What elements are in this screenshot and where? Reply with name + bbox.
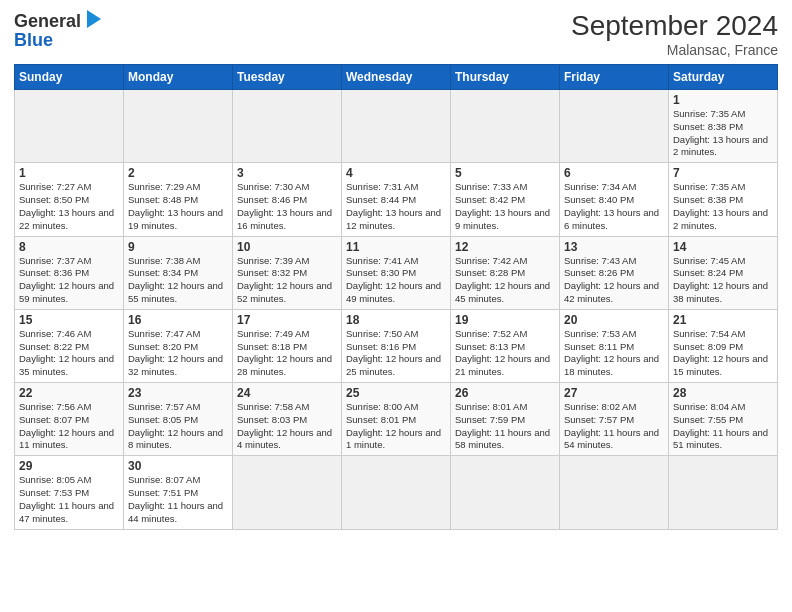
weekday-header: Sunday — [15, 65, 124, 90]
calendar-cell: 25Sunrise: 8:00 AMSunset: 8:01 PMDayligh… — [342, 383, 451, 456]
weekday-header: Tuesday — [233, 65, 342, 90]
cell-info: Sunrise: 7:38 AMSunset: 8:34 PMDaylight:… — [128, 255, 223, 304]
svg-marker-0 — [87, 10, 101, 28]
cell-info: Sunrise: 7:39 AMSunset: 8:32 PMDaylight:… — [237, 255, 332, 304]
cell-info: Sunrise: 7:37 AMSunset: 8:36 PMDaylight:… — [19, 255, 114, 304]
logo-line: General — [14, 10, 101, 32]
day-number: 10 — [237, 240, 337, 254]
calendar-cell — [669, 456, 778, 529]
day-number: 26 — [455, 386, 555, 400]
calendar-cell: 9Sunrise: 7:38 AMSunset: 8:34 PMDaylight… — [124, 236, 233, 309]
day-number: 1 — [673, 93, 773, 107]
weekday-header: Monday — [124, 65, 233, 90]
day-number: 22 — [19, 386, 119, 400]
calendar-cell: 22Sunrise: 7:56 AMSunset: 8:07 PMDayligh… — [15, 383, 124, 456]
calendar-week: 29Sunrise: 8:05 AMSunset: 7:53 PMDayligh… — [15, 456, 778, 529]
calendar-week: 1Sunrise: 7:27 AMSunset: 8:50 PMDaylight… — [15, 163, 778, 236]
calendar-cell: 2Sunrise: 7:29 AMSunset: 8:48 PMDaylight… — [124, 163, 233, 236]
weekday-header: Friday — [560, 65, 669, 90]
calendar-cell: 28Sunrise: 8:04 AMSunset: 7:55 PMDayligh… — [669, 383, 778, 456]
cell-info: Sunrise: 8:01 AMSunset: 7:59 PMDaylight:… — [455, 401, 550, 450]
cell-info: Sunrise: 7:50 AMSunset: 8:16 PMDaylight:… — [346, 328, 441, 377]
calendar-cell: 7Sunrise: 7:35 AMSunset: 8:38 PMDaylight… — [669, 163, 778, 236]
calendar-cell: 19Sunrise: 7:52 AMSunset: 8:13 PMDayligh… — [451, 309, 560, 382]
cell-info: Sunrise: 8:07 AMSunset: 7:51 PMDaylight:… — [128, 474, 223, 523]
calendar-week: 15Sunrise: 7:46 AMSunset: 8:22 PMDayligh… — [15, 309, 778, 382]
day-number: 6 — [564, 166, 664, 180]
cell-info: Sunrise: 7:35 AMSunset: 8:38 PMDaylight:… — [673, 108, 768, 157]
day-number: 11 — [346, 240, 446, 254]
day-number: 14 — [673, 240, 773, 254]
cell-info: Sunrise: 8:04 AMSunset: 7:55 PMDaylight:… — [673, 401, 768, 450]
day-number: 15 — [19, 313, 119, 327]
day-number: 16 — [128, 313, 228, 327]
calendar-cell: 10Sunrise: 7:39 AMSunset: 8:32 PMDayligh… — [233, 236, 342, 309]
cell-info: Sunrise: 7:53 AMSunset: 8:11 PMDaylight:… — [564, 328, 659, 377]
day-number: 8 — [19, 240, 119, 254]
calendar-cell — [124, 90, 233, 163]
cell-info: Sunrise: 7:57 AMSunset: 8:05 PMDaylight:… — [128, 401, 223, 450]
calendar-cell: 16Sunrise: 7:47 AMSunset: 8:20 PMDayligh… — [124, 309, 233, 382]
calendar-cell: 27Sunrise: 8:02 AMSunset: 7:57 PMDayligh… — [560, 383, 669, 456]
day-number: 9 — [128, 240, 228, 254]
cell-info: Sunrise: 7:27 AMSunset: 8:50 PMDaylight:… — [19, 181, 114, 230]
calendar-cell: 1Sunrise: 7:27 AMSunset: 8:50 PMDaylight… — [15, 163, 124, 236]
cell-info: Sunrise: 7:42 AMSunset: 8:28 PMDaylight:… — [455, 255, 550, 304]
cell-info: Sunrise: 8:02 AMSunset: 7:57 PMDaylight:… — [564, 401, 659, 450]
calendar-cell: 30Sunrise: 8:07 AMSunset: 7:51 PMDayligh… — [124, 456, 233, 529]
day-number: 4 — [346, 166, 446, 180]
cell-info: Sunrise: 7:35 AMSunset: 8:38 PMDaylight:… — [673, 181, 768, 230]
calendar-cell: 26Sunrise: 8:01 AMSunset: 7:59 PMDayligh… — [451, 383, 560, 456]
page-container: General Blue September 2024 Malansac, Fr… — [0, 0, 792, 540]
cell-info: Sunrise: 7:45 AMSunset: 8:24 PMDaylight:… — [673, 255, 768, 304]
day-number: 20 — [564, 313, 664, 327]
page-subtitle: Malansac, France — [571, 42, 778, 58]
logo: General Blue — [14, 10, 101, 51]
day-number: 5 — [455, 166, 555, 180]
header: General Blue September 2024 Malansac, Fr… — [14, 10, 778, 58]
calendar-cell: 4Sunrise: 7:31 AMSunset: 8:44 PMDaylight… — [342, 163, 451, 236]
calendar-cell — [560, 90, 669, 163]
cell-info: Sunrise: 7:47 AMSunset: 8:20 PMDaylight:… — [128, 328, 223, 377]
cell-info: Sunrise: 7:41 AMSunset: 8:30 PMDaylight:… — [346, 255, 441, 304]
cell-info: Sunrise: 7:33 AMSunset: 8:42 PMDaylight:… — [455, 181, 550, 230]
day-number: 28 — [673, 386, 773, 400]
cell-info: Sunrise: 7:46 AMSunset: 8:22 PMDaylight:… — [19, 328, 114, 377]
cell-info: Sunrise: 7:52 AMSunset: 8:13 PMDaylight:… — [455, 328, 550, 377]
calendar-cell — [233, 90, 342, 163]
weekday-header: Thursday — [451, 65, 560, 90]
day-number: 23 — [128, 386, 228, 400]
cell-info: Sunrise: 7:54 AMSunset: 8:09 PMDaylight:… — [673, 328, 768, 377]
calendar-cell: 17Sunrise: 7:49 AMSunset: 8:18 PMDayligh… — [233, 309, 342, 382]
calendar-cell: 15Sunrise: 7:46 AMSunset: 8:22 PMDayligh… — [15, 309, 124, 382]
day-number: 30 — [128, 459, 228, 473]
cell-info: Sunrise: 7:49 AMSunset: 8:18 PMDaylight:… — [237, 328, 332, 377]
calendar-cell: 21Sunrise: 7:54 AMSunset: 8:09 PMDayligh… — [669, 309, 778, 382]
logo-general: General — [14, 11, 81, 32]
calendar-cell: 29Sunrise: 8:05 AMSunset: 7:53 PMDayligh… — [15, 456, 124, 529]
page-title: September 2024 — [571, 10, 778, 42]
calendar-cell — [342, 90, 451, 163]
calendar-cell — [451, 90, 560, 163]
day-number: 12 — [455, 240, 555, 254]
calendar-week: 8Sunrise: 7:37 AMSunset: 8:36 PMDaylight… — [15, 236, 778, 309]
calendar-cell: 3Sunrise: 7:30 AMSunset: 8:46 PMDaylight… — [233, 163, 342, 236]
calendar-cell: 8Sunrise: 7:37 AMSunset: 8:36 PMDaylight… — [15, 236, 124, 309]
calendar-cell: 13Sunrise: 7:43 AMSunset: 8:26 PMDayligh… — [560, 236, 669, 309]
calendar-cell: 1Sunrise: 7:35 AMSunset: 8:38 PMDaylight… — [669, 90, 778, 163]
calendar-cell: 20Sunrise: 7:53 AMSunset: 8:11 PMDayligh… — [560, 309, 669, 382]
cell-info: Sunrise: 7:56 AMSunset: 8:07 PMDaylight:… — [19, 401, 114, 450]
calendar-week: 22Sunrise: 7:56 AMSunset: 8:07 PMDayligh… — [15, 383, 778, 456]
cell-info: Sunrise: 7:58 AMSunset: 8:03 PMDaylight:… — [237, 401, 332, 450]
cell-info: Sunrise: 7:34 AMSunset: 8:40 PMDaylight:… — [564, 181, 659, 230]
calendar-table: SundayMondayTuesdayWednesdayThursdayFrid… — [14, 64, 778, 530]
cell-info: Sunrise: 7:43 AMSunset: 8:26 PMDaylight:… — [564, 255, 659, 304]
calendar-cell — [233, 456, 342, 529]
calendar-cell — [342, 456, 451, 529]
calendar-cell: 6Sunrise: 7:34 AMSunset: 8:40 PMDaylight… — [560, 163, 669, 236]
day-number: 25 — [346, 386, 446, 400]
day-number: 18 — [346, 313, 446, 327]
header-row: SundayMondayTuesdayWednesdayThursdayFrid… — [15, 65, 778, 90]
day-number: 29 — [19, 459, 119, 473]
calendar-cell: 12Sunrise: 7:42 AMSunset: 8:28 PMDayligh… — [451, 236, 560, 309]
